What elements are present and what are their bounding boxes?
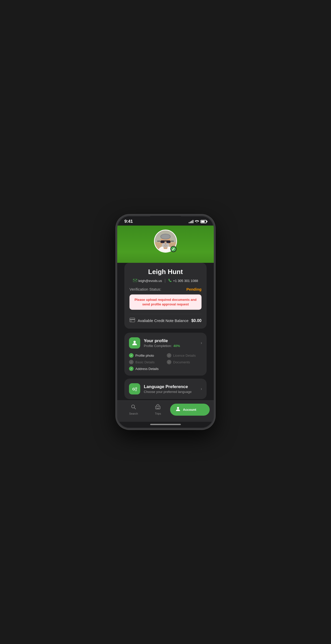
credit-label: Avaliable Credit Note Balance	[138, 318, 189, 323]
check-label-documents: Documents	[173, 360, 190, 364]
svg-point-15	[164, 243, 166, 245]
language-section-card: G 译 Language Preference Choose your pref…	[124, 379, 207, 399]
credit-value: $0.00	[191, 318, 202, 323]
card-divider	[129, 314, 202, 314]
account-nav-label: Account	[183, 408, 196, 412]
phone-text: +1 305 301 1088	[173, 279, 198, 283]
trips-nav-label: Trips	[155, 412, 161, 415]
email-item: leigh@evods.us	[133, 279, 162, 283]
language-section-text: Language Preference Choose your preferre…	[144, 384, 197, 394]
svg-rect-18	[130, 319, 135, 320]
check-label-licence: Licence Details	[173, 354, 196, 357]
language-subtitle: Choose your preferred language	[144, 390, 197, 394]
notch	[150, 216, 181, 223]
check-item-basic: ✓ Basic Details	[129, 360, 164, 364]
translate-icon: G 译	[132, 386, 137, 392]
bottom-nav: Search Trips Account	[117, 400, 214, 422]
svg-rect-26	[156, 406, 160, 409]
credit-icon	[129, 318, 135, 324]
alert-banner: Please upload required documents and sen…	[129, 294, 202, 310]
completion-value: 40%	[173, 344, 180, 348]
status-time: 9:41	[124, 219, 133, 224]
check-label-address: Address Details	[135, 367, 159, 371]
svg-rect-11	[167, 241, 171, 243]
check-icon-gray-licence: ✓	[167, 353, 171, 358]
nav-account[interactable]: Account	[170, 404, 210, 416]
verification-label: Verification Status:	[129, 287, 161, 291]
svg-point-20	[134, 341, 136, 343]
svg-rect-13	[157, 241, 160, 241]
profile-section-card: Your profile Profile Completion: 40% › ✓…	[124, 333, 207, 376]
check-icon-green-address: ✓	[129, 366, 134, 371]
check-label-basic: Basic Details	[135, 360, 155, 364]
check-label-profile-photo: Profile photo	[135, 354, 154, 357]
search-nav-icon	[131, 404, 136, 411]
check-item-documents: ✓ Documents	[167, 360, 202, 364]
check-item-address: ✓ Address Details	[129, 366, 164, 371]
language-icon-box: G 译	[129, 383, 140, 394]
svg-rect-12	[164, 241, 167, 242]
completion-label: Profile Completion:	[144, 344, 172, 348]
language-section-item[interactable]: G 译 Language Preference Choose your pref…	[129, 383, 202, 399]
email-icon	[133, 279, 137, 283]
language-chevron: ›	[201, 387, 202, 391]
check-icon-gray-basic: ✓	[129, 360, 134, 364]
avatar-container	[117, 226, 214, 253]
contact-row: leigh@evods.us | +1 305 301 1088	[129, 278, 202, 283]
profile-section-item[interactable]: Your profile Profile Completion: 40% ›	[129, 337, 202, 353]
check-item-licence: ✓ Licence Details	[167, 353, 202, 358]
nav-trips[interactable]: Trips	[146, 404, 170, 415]
profile-section-title: Your profile	[144, 338, 197, 343]
edit-avatar-button[interactable]	[170, 246, 176, 252]
svg-point-28	[159, 407, 159, 408]
profile-section-text: Your profile Profile Completion: 40%	[144, 338, 197, 348]
pencil-icon	[172, 247, 175, 251]
completion-row: Profile Completion: 40%	[144, 344, 197, 348]
email-text: leigh@evods.us	[138, 279, 162, 283]
svg-point-29	[177, 407, 179, 409]
profile-card: Leigh Hunt leigh@evods.us |	[124, 263, 207, 329]
profile-chevron: ›	[201, 341, 202, 345]
person-icon	[132, 340, 137, 346]
credit-row: Avaliable Credit Note Balance $0.00	[129, 318, 202, 324]
alert-text: Please upload required documents and sen…	[134, 298, 197, 307]
user-name: Leigh Hunt	[129, 268, 202, 276]
checklist-grid: ✓ Profile photo ✓ Licence Details ✓ Basi…	[129, 353, 202, 376]
verification-row: Verification Status: Pending	[129, 287, 202, 291]
trips-nav-icon	[155, 404, 161, 411]
battery-icon	[200, 220, 207, 223]
phone-frame: 9:41	[116, 214, 215, 430]
check-icon-gray-documents: ✓	[167, 360, 171, 364]
home-indicator	[150, 424, 181, 425]
status-icons	[189, 219, 207, 224]
screen-content[interactable]: Leigh Hunt leigh@evods.us |	[117, 226, 214, 400]
account-nav-icon	[175, 406, 181, 413]
svg-point-6	[161, 234, 170, 239]
svg-point-27	[157, 407, 157, 408]
verification-status: Pending	[186, 287, 202, 291]
search-nav-label: Search	[129, 412, 138, 415]
profile-icon-box	[129, 337, 140, 349]
phone-item: +1 305 301 1088	[168, 279, 198, 283]
avatar-wrapper[interactable]	[154, 230, 177, 253]
svg-rect-19	[130, 321, 132, 321]
svg-rect-16	[133, 279, 137, 282]
wifi-icon	[195, 219, 199, 224]
check-icon-green-profile: ✓	[129, 353, 134, 358]
language-title: Language Preference	[144, 384, 197, 389]
nav-search[interactable]: Search	[121, 404, 146, 415]
svg-text:译: 译	[135, 389, 137, 392]
svg-rect-14	[171, 241, 174, 241]
signal-icon	[189, 220, 193, 223]
svg-rect-10	[160, 241, 164, 243]
phone-icon	[168, 279, 172, 283]
check-item-profile-photo: ✓ Profile photo	[129, 353, 164, 358]
